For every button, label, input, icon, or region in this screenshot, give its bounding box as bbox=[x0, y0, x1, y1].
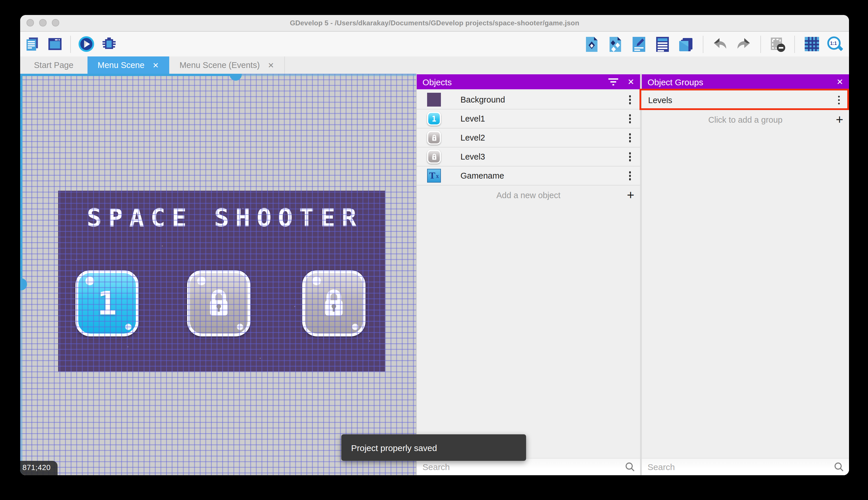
undo-icon[interactable] bbox=[712, 35, 729, 53]
kebab-menu-icon[interactable] bbox=[835, 93, 842, 107]
minimize-window-button[interactable] bbox=[39, 19, 47, 26]
selection-edge-top-faded bbox=[241, 74, 416, 76]
scene-canvas[interactable]: SPACE SHOOTER 1 bbox=[20, 74, 416, 475]
close-panel-icon[interactable]: ✕ bbox=[837, 77, 843, 87]
preview-play-icon[interactable] bbox=[78, 35, 95, 53]
toast-message: Project properly saved bbox=[351, 443, 437, 453]
toolbar-separator bbox=[703, 35, 703, 53]
scene-title-text: SPACE SHOOTER bbox=[58, 203, 385, 232]
toast: Project properly saved bbox=[341, 434, 526, 461]
objects-search-input[interactable] bbox=[417, 458, 640, 475]
groups-search-bar bbox=[642, 458, 849, 475]
kebab-menu-icon[interactable] bbox=[626, 93, 633, 106]
filter-icon[interactable] bbox=[609, 78, 619, 86]
objects-panel: Objects ✕ Background 1 Level1 bbox=[416, 74, 640, 475]
plus-icon[interactable]: + bbox=[836, 113, 843, 126]
layers-icon[interactable] bbox=[678, 35, 695, 53]
properties-icon[interactable] bbox=[630, 35, 647, 53]
lock-icon bbox=[318, 285, 350, 322]
close-panel-icon[interactable]: ✕ bbox=[628, 77, 634, 87]
main-toolbar: 1:1 bbox=[20, 32, 849, 56]
toolbar-separator bbox=[760, 35, 761, 53]
selection-edge-top bbox=[20, 74, 241, 76]
instances-list-icon[interactable] bbox=[654, 35, 671, 53]
kebab-menu-icon[interactable] bbox=[626, 150, 633, 163]
object-row-level1[interactable]: 1 Level1 bbox=[417, 110, 640, 128]
debug-icon[interactable] bbox=[100, 35, 117, 53]
tab-start-page[interactable]: Start Page bbox=[20, 56, 87, 74]
title-bar: GDevelop 5 - /Users/dkarakay/Documents/G… bbox=[20, 15, 849, 32]
object-row-level3[interactable]: Level3 bbox=[417, 147, 640, 167]
object-thumbnail-color-swatch bbox=[427, 93, 441, 106]
plus-icon[interactable]: + bbox=[627, 189, 634, 201]
kebab-menu-icon[interactable] bbox=[626, 112, 633, 126]
cursor-coordinates-label: 871;420 bbox=[20, 461, 58, 475]
window-title: GDevelop 5 - /Users/dkarakay/Documents/G… bbox=[20, 19, 849, 27]
group-row-levels[interactable]: Levels bbox=[642, 90, 849, 110]
selection-edge-left-faded bbox=[20, 285, 22, 475]
toolbar-separator bbox=[70, 35, 71, 53]
add-new-object-button[interactable]: Add a new object + bbox=[417, 185, 640, 204]
add-group-label: Click to add a group bbox=[708, 115, 783, 124]
tab-menu-scene-events[interactable]: Menu Scene (Events) ✕ bbox=[169, 56, 285, 74]
level2-button-object[interactable] bbox=[187, 270, 250, 337]
project-manager-icon[interactable] bbox=[24, 35, 41, 53]
group-name: Levels bbox=[648, 95, 672, 104]
level1-digit: 1 bbox=[97, 285, 117, 322]
object-thumbnail-lock bbox=[427, 150, 441, 163]
add-group-button[interactable]: Click to add a group + bbox=[642, 110, 849, 129]
close-window-button[interactable] bbox=[26, 19, 34, 26]
object-name: Level1 bbox=[460, 114, 485, 123]
object-thumbnail-text: Tx bbox=[427, 169, 441, 183]
scene-background-object[interactable]: SPACE SHOOTER 1 bbox=[58, 191, 385, 372]
object-row-background[interactable]: Background bbox=[417, 90, 640, 110]
object-name: Level2 bbox=[460, 133, 485, 142]
scene-window-icon[interactable] bbox=[46, 35, 63, 53]
gdevelop-window: GDevelop 5 - /Users/dkarakay/Documents/G… bbox=[20, 15, 849, 475]
editor-content: SPACE SHOOTER 1 bbox=[20, 74, 849, 475]
groups-search-input[interactable] bbox=[642, 458, 849, 475]
close-tab-icon[interactable]: ✕ bbox=[268, 61, 274, 69]
tab-label: Menu Scene (Events) bbox=[179, 60, 260, 70]
objects-panel-header: Objects ✕ bbox=[417, 74, 640, 89]
close-tab-icon[interactable]: ✕ bbox=[153, 61, 159, 69]
selection-edge-left bbox=[20, 74, 22, 285]
tab-label: Start Page bbox=[34, 60, 73, 70]
tab-menu-scene[interactable]: Menu Scene ✕ bbox=[87, 56, 169, 74]
zoom-1-1-icon[interactable]: 1:1 bbox=[826, 35, 844, 53]
objects-list: Background 1 Level1 Level2 bbox=[417, 89, 640, 204]
grid-icon[interactable] bbox=[803, 35, 820, 53]
kebab-menu-icon[interactable] bbox=[626, 131, 633, 145]
objects-panel-title: Objects bbox=[422, 77, 609, 87]
lock-icon bbox=[430, 152, 438, 161]
groups-panel-title: Object Groups bbox=[647, 77, 837, 87]
redo-icon[interactable] bbox=[735, 35, 752, 53]
toggle-window-mask-icon[interactable] bbox=[769, 35, 786, 53]
selection-resize-handle-left[interactable] bbox=[20, 278, 27, 290]
object-thumbnail-lock bbox=[427, 131, 441, 145]
toolbar-separator bbox=[794, 35, 795, 53]
object-name: Gamename bbox=[460, 171, 504, 180]
zoom-window-button[interactable] bbox=[52, 19, 59, 26]
toolbar-left bbox=[20, 35, 117, 53]
objects-editor-icon[interactable] bbox=[583, 35, 600, 53]
editor-tabs: Start Page Menu Scene ✕ Menu Scene (Even… bbox=[20, 56, 849, 74]
kebab-menu-icon[interactable] bbox=[626, 169, 633, 183]
object-groups-panel: Object Groups ✕ Levels Click to add a gr… bbox=[642, 74, 849, 475]
level1-button-object[interactable]: 1 bbox=[75, 270, 139, 337]
add-new-object-label: Add a new object bbox=[496, 190, 561, 200]
lock-icon bbox=[203, 285, 235, 322]
object-thumbnail-button-1: 1 bbox=[427, 112, 441, 126]
lock-icon bbox=[430, 133, 438, 142]
screen: GDevelop 5 - /Users/dkarakay/Documents/G… bbox=[0, 0, 868, 500]
groups-panel-header: Object Groups ✕ bbox=[642, 74, 849, 89]
object-groups-icon[interactable] bbox=[607, 35, 624, 53]
selection-resize-handle-top[interactable] bbox=[230, 74, 242, 81]
search-icon bbox=[624, 462, 635, 472]
object-name: Level3 bbox=[460, 152, 485, 161]
object-row-level2[interactable]: Level2 bbox=[417, 128, 640, 147]
tab-label: Menu Scene bbox=[97, 60, 144, 70]
level3-button-object[interactable] bbox=[302, 270, 365, 337]
search-icon bbox=[833, 462, 844, 472]
object-row-gamename[interactable]: Tx Gamename bbox=[417, 167, 640, 185]
